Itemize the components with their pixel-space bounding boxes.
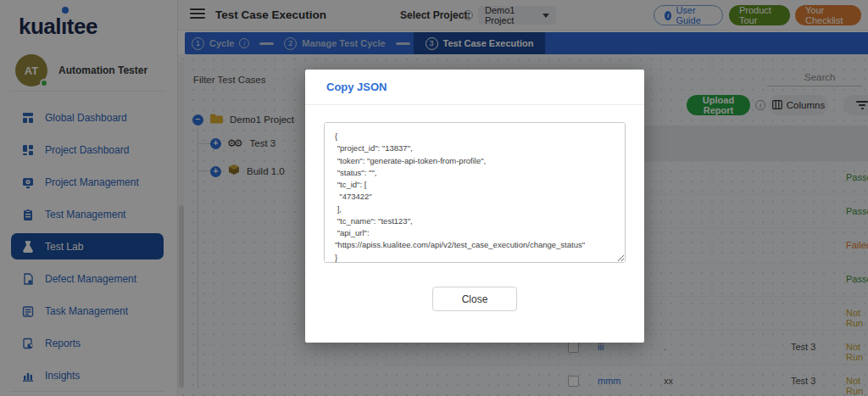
app-window: kualıtee AT Automation Tester Global Das… (0, 0, 868, 396)
modal-title: Copy JSON (326, 81, 387, 93)
modal-header: Copy JSON (305, 70, 644, 105)
copy-json-modal: Copy JSON { "project_id": "13837", "toke… (305, 70, 644, 343)
close-button[interactable]: Close (432, 287, 517, 311)
json-textarea[interactable]: { "project_id": "13837", "token": "gener… (324, 122, 626, 263)
